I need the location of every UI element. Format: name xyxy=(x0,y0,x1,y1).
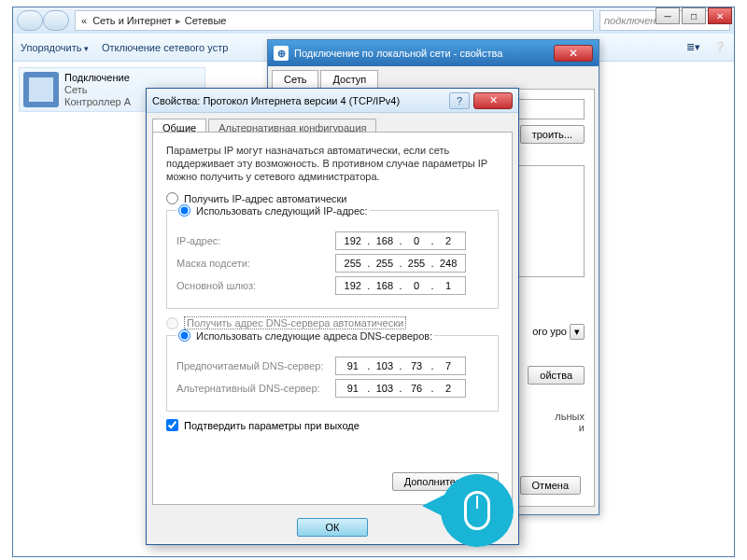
dialog1-titlebar[interactable]: ⊕ Подключение по локальной сети - свойст… xyxy=(268,40,599,66)
preferred-dns-input[interactable]: 91.103.73.7 xyxy=(335,357,466,375)
label-preferred-dns: Предпочитаемый DNS-сервер: xyxy=(176,360,335,371)
connection-network: Сеть xyxy=(64,84,131,96)
nav-back-button[interactable] xyxy=(17,10,43,31)
description-text: Параметры IP могут назначаться автоматич… xyxy=(166,144,499,183)
level-dropdown[interactable]: ▾ xyxy=(570,324,585,340)
mouse-callout xyxy=(441,474,514,547)
validate-on-exit-checkbox[interactable]: Подтвердить параметры при выходе xyxy=(166,419,499,431)
help-button[interactable]: ? xyxy=(449,92,470,109)
radio-obtain-dns-auto-input xyxy=(166,317,178,329)
breadcrumb-prefix: « xyxy=(79,15,89,26)
validate-on-exit-label: Подтвердить параметры при выходе xyxy=(184,420,359,431)
label-default-gateway: Основной шлюз: xyxy=(176,280,335,291)
ok-button[interactable]: ОК xyxy=(297,518,369,537)
radio-use-ip-label: Использовать следующий IP-адрес: xyxy=(196,205,368,217)
radio-use-dns[interactable]: Использовать следующие адреса DNS-сервер… xyxy=(176,329,434,342)
radio-obtain-ip-auto[interactable]: Получить IP-адрес автоматически xyxy=(166,192,499,204)
address-bar[interactable]: « Сеть и Интернет ▸ Сетевые xyxy=(75,10,594,31)
dialog1-icon: ⊕ xyxy=(274,46,289,61)
nav-forward-button[interactable] xyxy=(43,10,69,31)
network-adapter-icon xyxy=(23,72,59,107)
breadcrumb-1[interactable]: Сеть и Интернет xyxy=(91,15,174,26)
breadcrumb-2[interactable]: Сетевые xyxy=(183,15,229,26)
alternate-dns-input[interactable]: 91.103.76.2 xyxy=(335,379,466,398)
cancel-button[interactable]: Отмена xyxy=(520,476,581,495)
validate-on-exit-input[interactable] xyxy=(166,419,178,431)
dialog2-panel: Параметры IP могут назначаться автоматич… xyxy=(152,132,513,505)
dialog2-close-button[interactable]: ✕ xyxy=(473,92,513,109)
tab-access[interactable]: Доступ xyxy=(320,70,378,88)
mouse-icon xyxy=(464,491,490,530)
toolbar-view-icon[interactable]: ≣▾ xyxy=(686,41,700,53)
toolbar-disable-device[interactable]: Отключение сетевого устр xyxy=(102,42,228,53)
manual-ip-fieldset: Использовать следующий IP-адрес: IP-адре… xyxy=(166,204,499,309)
configure-button[interactable]: троить... xyxy=(520,125,585,144)
toolbar-help-icon[interactable]: ❔ xyxy=(713,41,726,53)
toolbar-organize[interactable]: Упорядочить xyxy=(21,42,89,53)
tab-network[interactable]: Сеть xyxy=(272,70,318,88)
close-button[interactable]: ✕ xyxy=(708,7,732,24)
radio-use-dns-input[interactable] xyxy=(178,329,190,342)
dialog2-title: Свойства: Протокол Интернета версии 4 (T… xyxy=(152,95,400,106)
properties-button[interactable]: ойства xyxy=(528,366,585,385)
dialog2-titlebar[interactable]: Свойства: Протокол Интернета версии 4 (T… xyxy=(147,89,518,113)
radio-obtain-dns-auto: Получить адрес DNS-сервера автоматически xyxy=(166,316,499,329)
maximize-button[interactable]: □ xyxy=(682,7,706,24)
manual-dns-fieldset: Использовать следующие адреса DNS-сервер… xyxy=(166,329,499,412)
label-alternate-dns: Альтернативный DNS-сервер: xyxy=(176,383,335,394)
dialog1-title: Подключение по локальной сети - свойства xyxy=(294,48,502,59)
connection-title: Подключение xyxy=(64,72,131,84)
radio-use-ip-input[interactable] xyxy=(178,204,190,217)
connection-controller: Контроллер A xyxy=(64,96,131,108)
radio-use-dns-label: Использовать следующие адреса DNS-сервер… xyxy=(196,330,432,342)
radio-obtain-ip-auto-input[interactable] xyxy=(166,192,178,204)
minimize-button[interactable]: ─ xyxy=(655,7,680,24)
radio-obtain-ip-auto-label: Получить IP-адрес автоматически xyxy=(184,193,346,204)
dropdown-partial: ого уро xyxy=(532,326,567,337)
ip-address-input[interactable]: 192.168.0.2 xyxy=(335,231,466,250)
breadcrumb-sep: ▸ xyxy=(176,15,181,27)
default-gateway-input[interactable]: 192.168.0.1 xyxy=(335,276,466,295)
label-ip-address: IP-адрес: xyxy=(176,235,335,246)
radio-use-ip[interactable]: Использовать следующий IP-адрес: xyxy=(176,204,370,217)
radio-obtain-dns-auto-label: Получить адрес DNS-сервера автоматически xyxy=(184,316,406,329)
dialog1-close-button[interactable]: ✕ xyxy=(554,45,593,62)
subnet-mask-input[interactable]: 255.255.255.248 xyxy=(335,254,466,273)
titlebar: « Сеть и Интернет ▸ Сетевые подключения xyxy=(13,7,734,34)
label-subnet-mask: Маска подсети: xyxy=(176,258,335,269)
